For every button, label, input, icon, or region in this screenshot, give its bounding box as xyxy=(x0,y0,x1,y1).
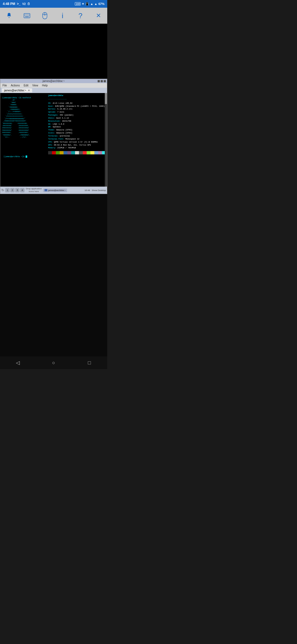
info-shell: bash 5.1.12 xyxy=(56,117,69,119)
show-desktop-button[interactable]: Show Desktop xyxy=(92,189,106,192)
wifi-icon: ▲ xyxy=(90,2,93,6)
clipboard-icon: 🗒 xyxy=(27,2,30,6)
minimize-btn[interactable] xyxy=(98,80,100,82)
color-swatches xyxy=(48,151,107,154)
info-icons: Adwaita [GTK3] xyxy=(56,132,72,134)
info-button[interactable]: i xyxy=(57,10,69,22)
workspace-buttons: 1 2 3 4 xyxy=(5,188,24,192)
info-kernel: 5.10.88-2-lts xyxy=(57,108,73,110)
back-button[interactable]: ◁ xyxy=(12,359,23,367)
info-de: LXQt 1.0.0 xyxy=(53,123,64,125)
info-memory: 232MiB / 7954MiB xyxy=(57,147,76,149)
terminal-content[interactable]: [james@archbtw ~]$ neofetch .o+` `ooo/ `… xyxy=(0,93,107,187)
info-font: Monospace 12 xyxy=(65,138,79,140)
black-area-bottom xyxy=(0,194,107,356)
info-uptime: 7 mins xyxy=(57,111,64,113)
help-button[interactable]: ? xyxy=(75,10,87,22)
terminal-window: james@archbtw:~ File Actions Edit View H… xyxy=(0,79,107,194)
taskbar-right: 16:48 Show Desktop xyxy=(84,189,106,192)
pin-button[interactable] xyxy=(3,10,15,22)
info-separator: ---------------- xyxy=(48,98,107,101)
recent-icon: □ xyxy=(88,360,91,366)
home-button[interactable]: ○ xyxy=(48,359,59,367)
info-cpu: QEMU Virtual version 2.5+ (4) @ 998MHz xyxy=(54,141,98,143)
shell-indicator: >_ xyxy=(17,2,21,6)
info-os: Arch Linux x86_64 xyxy=(53,102,72,104)
black-area-top xyxy=(0,24,107,79)
tab-close[interactable]: ✕ xyxy=(28,89,30,92)
keyboard-button[interactable] xyxy=(21,10,33,22)
terminal-menubar: File Actions Edit View Help xyxy=(0,83,107,88)
menu-edit[interactable]: Edit xyxy=(23,84,29,87)
taskbar-time: 16:48 xyxy=(84,189,90,192)
terminal-tab[interactable]: james@archbtw:~ ✕ xyxy=(2,88,32,92)
terminal-tab-bar: james@archbtw:~ ✕ xyxy=(0,88,107,93)
status-bar: 4:48 PM >_ V2 🗒 144 ✦ 📳 ▲ ▲ 67% xyxy=(0,0,107,8)
drop-zone: Drop application icons here xyxy=(26,187,42,193)
info-host: KVM/QEMU (Standard PC (i440FX + PIIX, 19… xyxy=(55,105,107,107)
terminal-scrollbar[interactable] xyxy=(105,93,107,187)
status-left: 4:48 PM >_ V2 🗒 xyxy=(3,2,30,6)
terminal-title: james@archbtw:~ xyxy=(43,80,65,83)
terminal-prompt-bottom: [james@archbtw ~]$ xyxy=(2,154,105,159)
terminal-info: james@archbtw ---------------- OS: Arch … xyxy=(46,94,107,154)
terminal-ascii-art: [james@archbtw ~]$ neofetch .o+` `ooo/ `… xyxy=(2,94,46,154)
menu-actions[interactable]: Actions xyxy=(10,84,20,87)
menu-view[interactable]: View xyxy=(32,84,39,87)
prompt-text: [james@archbtw ~]$ xyxy=(4,155,27,158)
recent-button[interactable]: □ xyxy=(84,359,95,367)
workspace-1[interactable]: 1 xyxy=(5,188,10,192)
info-username: james@archbtw xyxy=(48,94,107,97)
taskbar-window[interactable]: james@archbtw:~ xyxy=(43,189,67,192)
info-resolution: 1024x768 xyxy=(62,120,71,122)
status-time: 4:48 PM xyxy=(3,2,15,6)
info-gpu: 00:02.0 Red Hat, Inc. Virtio GPU xyxy=(54,144,91,146)
menu-file[interactable]: File xyxy=(2,84,7,87)
drop-hint: Drop application icons here xyxy=(26,187,42,193)
workspace-4[interactable]: 4 xyxy=(20,188,24,192)
workspace-2[interactable]: 2 xyxy=(10,188,15,192)
bluetooth-icon: ✦ xyxy=(82,2,84,6)
tab-label: james@archbtw:~ xyxy=(4,89,26,92)
terminal-scrollbar-thumb[interactable] xyxy=(105,93,107,104)
workspace-3[interactable]: 3 xyxy=(15,188,20,192)
home-icon: ○ xyxy=(52,360,55,366)
android-nav-bar: ◁ ○ □ xyxy=(0,356,107,369)
window-icon xyxy=(45,189,47,191)
mouse-button[interactable] xyxy=(39,10,51,22)
back-icon: ◁ xyxy=(16,360,20,366)
signal-icon: ▲ xyxy=(94,2,97,6)
terminal-text-area: [james@archbtw ~]$ neofetch .o+` `ooo/ `… xyxy=(0,93,107,187)
terminal-title-bar: james@archbtw:~ xyxy=(0,79,107,83)
vibrate-icon: 📳 xyxy=(85,2,89,6)
close-window-btn[interactable] xyxy=(104,80,106,82)
hz-indicator: 144 xyxy=(75,2,81,6)
status-right: 144 ✦ 📳 ▲ ▲ 67% xyxy=(75,2,105,6)
battery-percent: 67% xyxy=(98,2,105,6)
maximize-btn[interactable] xyxy=(101,80,103,82)
info-wm: Openbox xyxy=(53,126,61,128)
refresh-icon[interactable]: ↻ xyxy=(1,188,4,192)
taskbar-window-label: james@archbtw:~ xyxy=(48,189,66,192)
info-theme: Adwaita [GTK3] xyxy=(56,129,72,131)
vc-indicator: V2 xyxy=(22,2,26,6)
info-packages: 402 (pacman) xyxy=(60,114,73,116)
taskbar: ↻ 1 2 3 4 Drop application icons here ja… xyxy=(0,187,107,194)
info-terminal: qterminal xyxy=(60,135,70,137)
menu-help[interactable]: Help xyxy=(42,84,48,87)
toolbar: i ? ✕ xyxy=(0,8,107,24)
close-button[interactable]: ✕ xyxy=(92,10,105,22)
